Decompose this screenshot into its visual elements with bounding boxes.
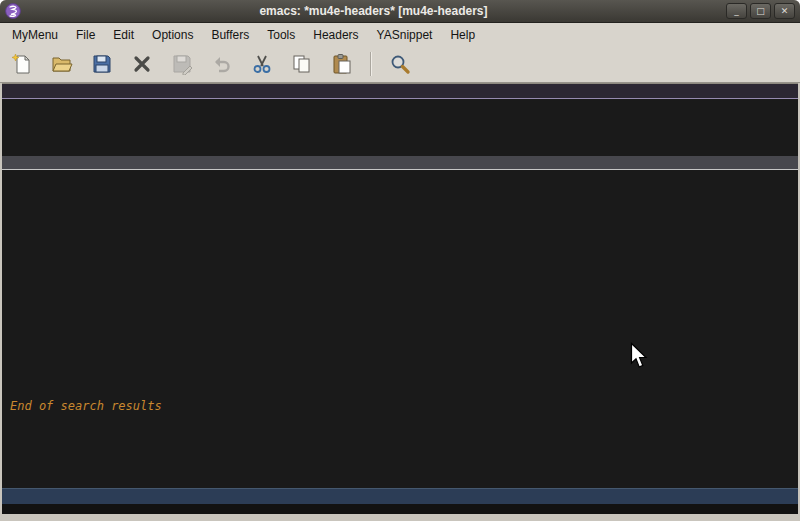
message-row[interactable]: 2012-08-10 uN Mario Sanchez Prada | Expo…	[2, 128, 798, 142]
undo-icon	[211, 53, 233, 75]
end-of-results-text: End of search results	[2, 399, 798, 413]
emacs-icon	[5, 3, 21, 19]
open-folder-icon	[51, 53, 73, 75]
message-row[interactable]: 2012-08-10 uN Florian Müllner \ Re: Comp…	[2, 342, 798, 356]
mu4e-headers-buffer[interactable]: ▼ Date Flgs From/To Subject D -> delete …	[2, 83, 798, 488]
new-file-button[interactable]	[8, 50, 36, 78]
cut-scissors-icon	[251, 53, 273, 75]
close-buffer-button[interactable]	[128, 50, 156, 78]
message-row[interactable]: d -> trash 0 S webmaster@straightd... | …	[2, 299, 798, 313]
message-row[interactable]: D -> delete uaN Bastien | Re: [O] possib…	[2, 113, 798, 127]
menu-bar: MyMenu File Edit Options Buffers Tools H…	[0, 23, 800, 46]
save-button[interactable]	[88, 50, 116, 78]
message-row[interactable]: 2012-08-10 S Francesco Mazzoli | Slow NN…	[2, 313, 798, 327]
message-row[interactable]: 2012-08-10 uN HardKor | Question about k…	[2, 170, 798, 184]
open-file-button[interactable]	[48, 50, 76, 78]
menu-buffers[interactable]: Buffers	[202, 25, 258, 45]
save-as-icon	[171, 53, 193, 75]
message-row[interactable]: 2012-08-10 S Bastien + Re: [O] Using org…	[2, 271, 798, 285]
minibuffer-echo-area[interactable]	[2, 504, 798, 514]
titlebar[interactable]: emacs: *mu4e-headers* [mu4e-headers] _ □…	[0, 0, 800, 23]
emacs-window: emacs: *mu4e-headers* [mu4e-headers] _ □…	[0, 0, 800, 521]
menu-file[interactable]: File	[67, 25, 104, 45]
new-file-icon	[11, 53, 33, 75]
message-row[interactable]: 2012-08-10 S Suvayu Ali | Re: Emacs for …	[2, 371, 798, 385]
message-row[interactable]: 2012-08-10 uN Xan Lopez - Re: Videos fro…	[2, 213, 798, 227]
message-row[interactable]: d -> trash 0 S Juanjo Marin - Re: Videos…	[2, 228, 798, 242]
mode-line[interactable]	[2, 488, 798, 504]
headers-column-row: ▼ Date Flgs From/To Subject	[2, 84, 798, 99]
message-row[interactable]: 2012-08-10 uN 'Mash (Thomas Herbert) | R…	[2, 356, 798, 370]
close-button[interactable]: ✕	[774, 3, 795, 19]
menu-help[interactable]: Help	[441, 25, 484, 45]
close-buffer-icon	[131, 53, 153, 75]
message-row[interactable]: d -> trash 0 uN Thierry Volpiatto | Re: …	[2, 199, 798, 213]
copy-icon	[291, 53, 313, 75]
message-row[interactable]: 2012-08-10 uN Bastien | Re: [O] Birthday…	[2, 142, 798, 156]
paste-button[interactable]	[328, 50, 356, 78]
menu-tools[interactable]: Tools	[258, 25, 304, 45]
message-row[interactable]: D -> delete uN Andreas Röhler | Re: movi…	[2, 99, 798, 113]
toolbar-separator	[370, 52, 372, 76]
menu-options[interactable]: Options	[143, 25, 202, 45]
minimize-button[interactable]: _	[726, 3, 747, 19]
message-row[interactable]: 2012-08-10 uN Bastien | Re: [O] my captu…	[2, 156, 798, 170]
copy-button[interactable]	[288, 50, 316, 78]
message-row[interactable]: 2012-08-10 uN Bastien | Re: [O] [PATCH] …	[2, 242, 798, 256]
menu-headers[interactable]: Headers	[304, 25, 367, 45]
search-magnifier-icon	[389, 53, 411, 75]
save-icon	[91, 53, 113, 75]
message-row[interactable]: 2012-08-10 S Michael Welle \ Re: [O] Usi…	[2, 285, 798, 299]
window-controls: _ □ ✕	[726, 3, 795, 19]
tool-bar	[0, 46, 800, 83]
message-row[interactable]: 2012-08-10 S Lanoxx + Re: Compiling glib…	[2, 328, 798, 342]
menu-yasnippet[interactable]: YASnippet	[368, 25, 442, 45]
search-button[interactable]	[386, 50, 414, 78]
undo-button	[208, 50, 236, 78]
save-as-button	[168, 50, 196, 78]
menu-mymenu[interactable]: MyMenu	[3, 25, 67, 45]
message-row[interactable]: 2012-08-10 uaN Bastien | Re: [O] Add the…	[2, 256, 798, 270]
cut-button[interactable]	[248, 50, 276, 78]
message-row[interactable]: 2012-08-10 uN Frans Oilinki | GTK3 depre…	[2, 185, 798, 199]
window-title: emacs: *mu4e-headers* [mu4e-headers]	[27, 4, 720, 18]
menu-edit[interactable]: Edit	[104, 25, 143, 45]
message-row[interactable]: 2012-08-09 uN robertcInSD | Re: Invoking…	[2, 385, 798, 399]
paste-clipboard-icon	[331, 53, 353, 75]
maximize-button[interactable]: □	[750, 3, 771, 19]
